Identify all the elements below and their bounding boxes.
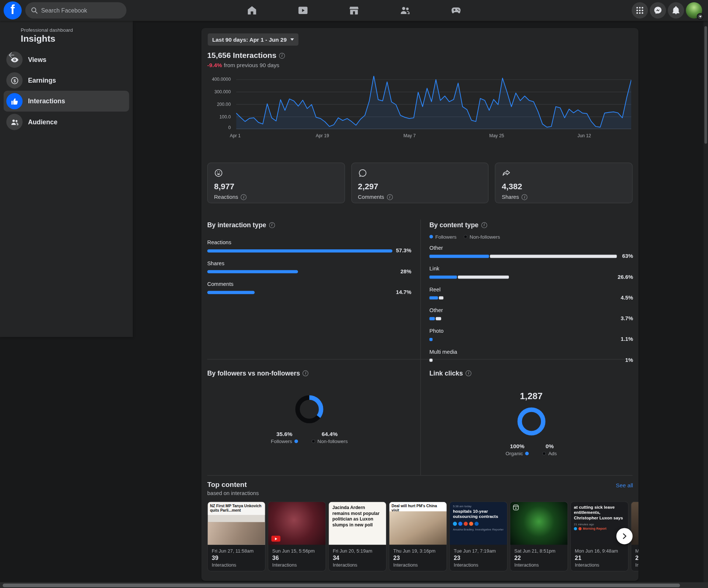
interactions-count: 39 bbox=[212, 555, 261, 561]
info-icon[interactable] bbox=[269, 222, 275, 228]
people-icon bbox=[6, 114, 22, 130]
groups-icon[interactable] bbox=[400, 5, 410, 15]
home-icon[interactable] bbox=[247, 5, 257, 15]
ads-dot bbox=[542, 452, 546, 455]
date-range-filter[interactable]: Last 90 days: Apr 1 - Jun 29 bbox=[208, 34, 298, 46]
chevron-down-icon bbox=[697, 13, 703, 20]
bell-icon bbox=[671, 6, 680, 15]
content-card-4[interactable]: Deal will hurt PM's China visit Thu Jun … bbox=[389, 501, 447, 571]
svg-text:$: $ bbox=[13, 78, 16, 83]
interactions-panel: Last 90 days: Apr 1 - Jun 29 15,656 Inte… bbox=[201, 28, 638, 581]
x-axis-label: Apr 1 bbox=[230, 133, 240, 138]
chevron-down-icon bbox=[290, 38, 294, 41]
chevron-right-icon bbox=[621, 533, 628, 540]
post-date: M bbox=[635, 548, 639, 553]
info-icon[interactable] bbox=[279, 53, 285, 59]
followers-stat: 35.6% Followers bbox=[271, 431, 298, 444]
organic-dot bbox=[525, 452, 529, 455]
see-all-link[interactable]: See all bbox=[616, 482, 633, 489]
reaction-icon bbox=[214, 169, 223, 177]
vertical-scrollbar-thumb[interactable] bbox=[704, 26, 707, 143]
x-axis-label: May 25 bbox=[489, 133, 504, 138]
interactions-count: 23 bbox=[393, 555, 442, 561]
interactions-count: 36 bbox=[272, 555, 321, 561]
social-icons bbox=[453, 522, 504, 526]
by-interaction-type-section: By interaction type Reactions 57.3% Shar… bbox=[207, 221, 411, 302]
interactions-count: 2 bbox=[635, 555, 639, 561]
apps-grid-icon bbox=[635, 6, 644, 15]
bar-row-reactions: Reactions 57.3% bbox=[207, 239, 411, 253]
horizontal-scrollbar-thumb[interactable] bbox=[3, 583, 680, 587]
bar bbox=[207, 270, 298, 273]
info-icon[interactable] bbox=[241, 194, 247, 200]
watch-video-icon[interactable] bbox=[298, 5, 308, 15]
thumbs-up-icon bbox=[6, 93, 22, 109]
y-axis-label: 0 bbox=[207, 125, 231, 130]
info-icon[interactable] bbox=[522, 194, 528, 200]
stat-card-shares: 4,382 Shares bbox=[495, 163, 632, 203]
interactions-count: 21 bbox=[575, 555, 624, 561]
content-thumbnail: 5:38 am today hospitals 10-year outsourc… bbox=[450, 502, 507, 544]
info-icon[interactable] bbox=[481, 222, 487, 228]
share-icon bbox=[502, 169, 511, 177]
sidebar-item-label: Earnings bbox=[28, 77, 56, 84]
sidebar-item-earnings[interactable]: $ Earnings bbox=[4, 70, 129, 91]
facebook-insights-page: Search Facebook bbox=[0, 0, 708, 588]
shares-label: Shares bbox=[502, 194, 519, 200]
sidebar-item-label: Audience bbox=[28, 118, 58, 126]
messenger-button[interactable] bbox=[650, 2, 666, 18]
page-title: Insights bbox=[21, 34, 129, 44]
topbar-center-nav bbox=[247, 0, 462, 21]
carousel-next-button[interactable] bbox=[616, 528, 632, 544]
back-button[interactable] bbox=[4, 49, 17, 61]
content-thumbnail: Deal will hurt PM's China visit bbox=[389, 502, 447, 544]
x-axis-label: Jun 12 bbox=[577, 133, 591, 138]
content-thumbnail bbox=[268, 502, 326, 544]
interactions-count: 22 bbox=[514, 555, 563, 561]
marketplace-icon[interactable] bbox=[348, 5, 359, 15]
post-date: Sun Jun 15, 5:56pm bbox=[272, 548, 321, 553]
reel-icon bbox=[513, 505, 519, 511]
search-input[interactable]: Search Facebook bbox=[25, 2, 126, 18]
gaming-icon[interactable] bbox=[451, 5, 461, 15]
comments-label: Comments bbox=[358, 194, 384, 200]
bar-row-reel: Reel 4.5% bbox=[429, 286, 633, 300]
info-icon[interactable] bbox=[466, 370, 472, 376]
x-axis-label: May 7 bbox=[403, 133, 416, 138]
content-card-1[interactable]: NZ First MP Tanya Unkovich quits Parli..… bbox=[207, 501, 266, 571]
top-navigation-bar: Search Facebook bbox=[0, 0, 708, 21]
sidebar-item-audience[interactable]: Audience bbox=[4, 111, 129, 132]
non-followers-dot bbox=[464, 235, 468, 239]
bar-row-comments: Comments 14.7% bbox=[207, 281, 411, 294]
top-content-subtitle: based on interactions bbox=[207, 490, 638, 497]
content-card-3[interactable]: Jacinda Ardern remains most popular poli… bbox=[328, 501, 386, 571]
link-clicks-donut-chart bbox=[515, 405, 548, 437]
sidebar-item-views[interactable]: Views bbox=[4, 49, 129, 70]
info-icon[interactable] bbox=[387, 194, 393, 200]
followers-split-section: By followers vs non-followers 35.6% Foll… bbox=[207, 370, 411, 444]
followers-donut-chart bbox=[293, 393, 326, 425]
horizontal-divider bbox=[207, 475, 632, 475]
content-card-5[interactable]: 5:38 am today hospitals 10-year outsourc… bbox=[449, 501, 507, 571]
reactions-label: Reactions bbox=[214, 194, 238, 200]
interactions-count: 34 bbox=[333, 555, 382, 561]
non-followers-stat: 64.4% Non-followers bbox=[312, 431, 348, 444]
bar-row-photo: Photo 1.1% bbox=[429, 328, 633, 341]
info-icon[interactable] bbox=[303, 370, 309, 376]
profile-avatar[interactable] bbox=[686, 2, 702, 18]
vertical-scrollbar bbox=[704, 21, 708, 582]
content-card-6[interactable]: Sat Jun 21, 8:51pm 22 Interactions bbox=[510, 501, 568, 571]
stat-cards: 8,977 Reactions 2,297 Comments 4,382 Sha… bbox=[207, 163, 632, 203]
menu-grid-button[interactable] bbox=[632, 2, 648, 18]
insights-sidebar: Professional dashboard Insights Views $ … bbox=[0, 21, 133, 337]
non-followers-dot bbox=[312, 439, 315, 443]
facebook-logo[interactable] bbox=[4, 1, 22, 20]
y-axis-label: 200.00 bbox=[207, 102, 231, 107]
content-card-2[interactable]: Sun Jun 15, 5:56pm 36 Interactions bbox=[268, 501, 326, 571]
stat-card-comments: 2,297 Comments bbox=[351, 163, 489, 203]
notifications-button[interactable] bbox=[668, 2, 684, 18]
top-content-section: Top content based on interactions See al… bbox=[207, 481, 638, 575]
sidebar-item-label: Views bbox=[28, 56, 46, 63]
sidebar-item-interactions[interactable]: Interactions bbox=[4, 91, 129, 111]
content-thumbnail bbox=[631, 502, 639, 544]
